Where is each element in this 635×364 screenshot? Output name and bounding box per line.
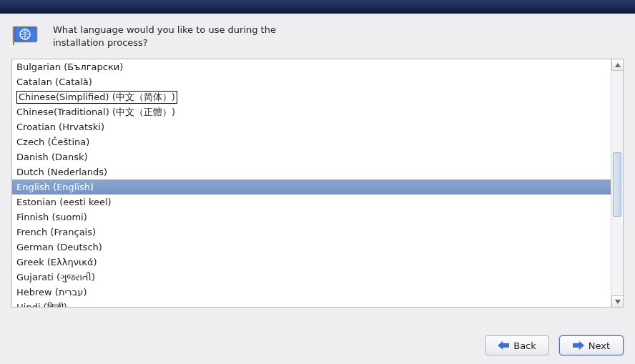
language-label: Czech (Čeština) (16, 137, 89, 147)
language-option[interactable]: Greek (Ελληνικά) (12, 255, 611, 270)
language-option[interactable]: Dutch (Nederlands) (12, 164, 611, 179)
arrow-right-icon (573, 341, 584, 350)
language-label: Bulgarian (Български) (16, 62, 123, 72)
language-label: Dutch (Nederlands) (16, 167, 107, 177)
prompt-text: What language would you like to use duri… (53, 24, 310, 49)
language-option[interactable]: Estonian (eesti keel) (12, 195, 611, 210)
language-option[interactable]: German (Deutsch) (12, 240, 611, 255)
language-option[interactable]: Croatian (Hrvatski) (12, 119, 611, 134)
language-label: Greek (Ελληνικά) (16, 257, 97, 267)
scrollbar[interactable] (611, 59, 623, 307)
next-button[interactable]: Next (559, 335, 624, 355)
language-label: Hebrew (עברית) (16, 287, 87, 297)
language-label: German (Deutsch) (16, 242, 102, 252)
language-option[interactable]: Catalan (Català) (12, 74, 611, 89)
language-label: French (Français) (16, 227, 96, 237)
back-button[interactable]: Back (485, 335, 549, 355)
footer-buttons: Back Next (485, 335, 624, 355)
scroll-thumb[interactable] (613, 152, 621, 217)
language-flag-icon (11, 24, 43, 46)
language-option[interactable]: Bulgarian (Български) (12, 59, 611, 74)
language-label: Gujarati (ગુજરાતી) (16, 272, 95, 282)
arrow-left-icon (498, 341, 509, 350)
language-option[interactable]: Finnish (suomi) (12, 210, 611, 225)
language-label: English (English) (16, 182, 94, 192)
language-label: Chinese(Simplified) (中文（简体）) (16, 91, 177, 104)
language-option[interactable]: Danish (Dansk) (12, 149, 611, 164)
language-option[interactable]: French (Français) (12, 225, 611, 240)
language-label: Chinese(Traditional) (中文（正體）) (16, 107, 175, 117)
language-listbox[interactable]: Bulgarian (Български)Catalan (Català)Chi… (11, 59, 624, 308)
header: What language would you like to use duri… (11, 24, 624, 49)
svg-rect-2 (13, 26, 14, 45)
language-label: Danish (Dansk) (16, 152, 88, 162)
language-option[interactable]: English (English) (12, 179, 611, 195)
language-label: Catalan (Català) (16, 77, 92, 87)
language-option[interactable]: Gujarati (ગુજરાતી) (12, 270, 611, 285)
next-label: Next (589, 340, 610, 351)
language-label: Estonian (eesti keel) (16, 197, 112, 207)
language-option[interactable]: Chinese(Traditional) (中文（正體）) (12, 104, 611, 119)
back-label: Back (513, 340, 536, 351)
title-bar (0, 0, 635, 14)
scroll-up-button[interactable] (611, 59, 623, 71)
language-label: Croatian (Hrvatski) (16, 122, 104, 132)
language-option[interactable]: Hindi (हिन्दी) (12, 300, 611, 307)
language-label: Finnish (suomi) (16, 212, 87, 222)
scroll-down-button[interactable] (611, 295, 623, 307)
language-label: Hindi (हिन्दी) (16, 302, 67, 308)
language-option[interactable]: Chinese(Simplified) (中文（简体）) (12, 89, 611, 104)
language-option[interactable]: Czech (Čeština) (12, 134, 611, 149)
language-option[interactable]: Hebrew (עברית) (12, 285, 611, 300)
